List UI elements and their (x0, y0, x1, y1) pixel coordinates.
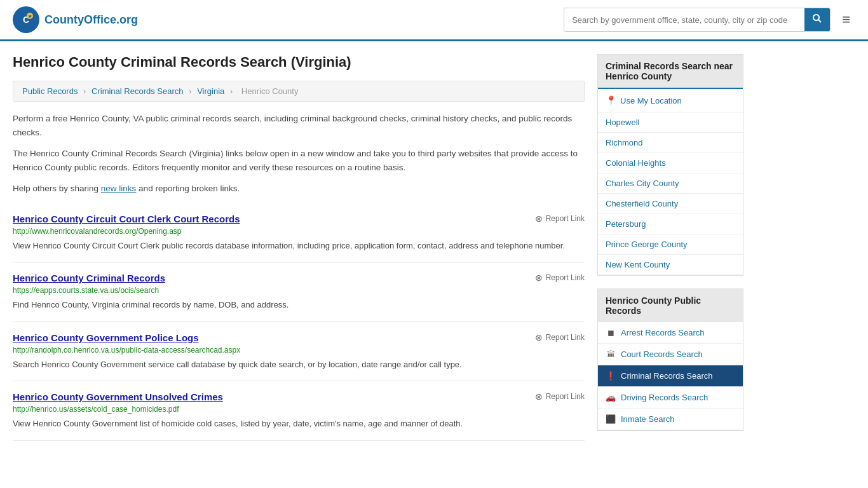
records-item-3[interactable]: 🚗 Driving Records Search (598, 387, 743, 409)
desc-para3-prefix: Help others by sharing (13, 184, 101, 193)
hamburger-menu[interactable]: ≡ (837, 9, 855, 30)
result-url-3[interactable]: http://henrico.us/assets/cold_case_homic… (13, 405, 585, 414)
search-input[interactable] (564, 10, 804, 30)
report-label-1: Report Link (546, 273, 585, 282)
search-button[interactable] (804, 8, 830, 31)
rec-label-2: Criminal Records Search (621, 371, 713, 381)
report-label-3: Report Link (546, 392, 585, 401)
description-para3: Help others by sharing new links and rep… (13, 182, 585, 196)
result-header: Henrico County Government Unsolved Crime… (13, 391, 585, 402)
search-bar (564, 8, 831, 32)
breadcrumb-criminal-records[interactable]: Criminal Records Search (92, 86, 184, 96)
header-right: ≡ (564, 8, 855, 32)
header: C ★ CountyOffice.org ≡ (0, 0, 868, 41)
location-pin-icon: 📍 (606, 95, 616, 105)
result-item: Henrico County Circuit Court Clerk Court… (13, 203, 585, 263)
result-header: Henrico County Government Police Logs ⊗ … (13, 332, 585, 343)
new-links-link[interactable]: new links (101, 184, 137, 193)
records-header: Henrico County Public Records (598, 289, 743, 322)
nearby-link-5[interactable]: Petersburg (598, 214, 743, 234)
breadcrumb-sep2: › (189, 86, 191, 96)
result-item: Henrico County Government Unsolved Crime… (13, 381, 585, 441)
result-title-1[interactable]: Henrico County Criminal Records (13, 273, 165, 283)
records-item-4[interactable]: ⬛ Inmate Search (598, 409, 743, 430)
rec-icon-4: ⬛ (606, 414, 616, 424)
records-item-2[interactable]: ❗ Criminal Records Search (598, 365, 743, 387)
nearby-header: Criminal Records Search near Henrico Cou… (598, 55, 743, 89)
result-item: Henrico County Criminal Records ⊗ Report… (13, 262, 585, 322)
breadcrumb-sep3: › (230, 86, 233, 96)
nearby-link-2[interactable]: Colonial Heights (598, 153, 743, 173)
report-link-3[interactable]: ⊗ Report Link (535, 391, 585, 402)
nearby-link-1[interactable]: Richmond (598, 133, 743, 153)
rec-icon-2: ❗ (606, 371, 616, 381)
result-desc-0: View Henrico County Circuit Court Clerk … (13, 240, 585, 252)
breadcrumb-sep1: › (83, 86, 86, 96)
breadcrumb-public-records[interactable]: Public Records (22, 86, 78, 96)
result-url-1[interactable]: https://eapps.courts.state.va.us/ocis/se… (13, 286, 585, 295)
logo-text: CountyOffice.org (44, 13, 138, 27)
breadcrumb-henrico: Henrico County (241, 86, 299, 96)
records-item-1[interactable]: 🏛 Court Records Search (598, 344, 743, 365)
svg-text:★: ★ (28, 14, 32, 18)
nearby-link-0[interactable]: Hopewell (598, 112, 743, 133)
result-url-0[interactable]: http://www.henricovalandrecords.org/Open… (13, 227, 585, 236)
nearby-links-container: HopewellRichmondColonial HeightsCharles … (598, 112, 743, 275)
nearby-link-3[interactable]: Charles City County (598, 173, 743, 194)
nearby-link-4[interactable]: Chesterfield County (598, 194, 743, 214)
result-desc-2: Search Henrico County Government service… (13, 358, 585, 371)
result-item: Henrico County Government Police Logs ⊗ … (13, 322, 585, 382)
result-title-0[interactable]: Henrico County Circuit Court Clerk Court… (13, 214, 240, 224)
page-title: Henrico County Criminal Records Search (… (13, 54, 585, 71)
report-link-1[interactable]: ⊗ Report Link (535, 273, 585, 283)
logo-suffix: .org (116, 13, 138, 26)
result-title-3[interactable]: Henrico County Government Unsolved Crime… (13, 391, 223, 402)
report-icon-1: ⊗ (535, 273, 543, 283)
description-para1: Perform a free Henrico County, VA public… (13, 112, 585, 139)
rec-label-4: Inmate Search (621, 414, 675, 424)
report-icon-2: ⊗ (535, 332, 543, 342)
records-items-container: ◼ Arrest Records Search 🏛 Court Records … (598, 322, 743, 430)
result-title-2[interactable]: Henrico County Government Police Logs (13, 332, 199, 343)
logo-icon: C ★ (13, 6, 39, 33)
rec-icon-0: ◼ (606, 328, 616, 337)
rec-icon-3: 🚗 (606, 393, 616, 402)
result-desc-1: Find Henrico County, Virginia criminal r… (13, 299, 585, 311)
svg-point-4 (813, 15, 819, 20)
logo-area: C ★ CountyOffice.org (13, 6, 138, 33)
result-header: Henrico County Criminal Records ⊗ Report… (13, 273, 585, 283)
breadcrumb-virginia[interactable]: Virginia (197, 86, 224, 96)
rec-label-1: Court Records Search (621, 349, 703, 359)
nearby-link-6[interactable]: Prince George County (598, 234, 743, 255)
sidebar: Criminal Records Search near Henrico Cou… (597, 54, 743, 441)
rec-label-3: Driving Records Search (621, 393, 708, 402)
logo-name: CountyOffice (44, 13, 116, 26)
report-label-0: Report Link (546, 214, 585, 223)
use-location-label: Use My Location (620, 96, 682, 105)
nearby-section: Criminal Records Search near Henrico Cou… (597, 54, 743, 276)
report-label-2: Report Link (546, 333, 585, 342)
records-section: Henrico County Public Records ◼ Arrest R… (597, 288, 743, 431)
records-item-0[interactable]: ◼ Arrest Records Search (598, 322, 743, 344)
main-container: Henrico County Criminal Records Search (… (0, 41, 868, 454)
nearby-link-7[interactable]: New Kent County (598, 255, 743, 275)
result-url-2[interactable]: http://randolph.co.henrico.va.us/public-… (13, 346, 585, 355)
rec-label-0: Arrest Records Search (621, 328, 705, 337)
results-container: Henrico County Circuit Court Clerk Court… (13, 203, 585, 441)
report-icon-3: ⊗ (535, 391, 543, 402)
result-header: Henrico County Circuit Court Clerk Court… (13, 214, 585, 224)
rec-icon-1: 🏛 (606, 349, 616, 359)
desc-para3-suffix: and reporting broken links. (136, 184, 240, 193)
svg-line-5 (818, 20, 821, 22)
report-link-0[interactable]: ⊗ Report Link (535, 214, 585, 224)
report-link-2[interactable]: ⊗ Report Link (535, 332, 585, 342)
report-icon-0: ⊗ (535, 214, 543, 224)
content-area: Henrico County Criminal Records Search (… (13, 54, 585, 441)
result-desc-3: View Henrico County Government list of h… (13, 417, 585, 430)
use-my-location[interactable]: 📍 Use My Location (598, 89, 743, 112)
description-para2: The Henrico County Criminal Records Sear… (13, 147, 585, 174)
breadcrumb: Public Records › Criminal Records Search… (13, 81, 585, 102)
